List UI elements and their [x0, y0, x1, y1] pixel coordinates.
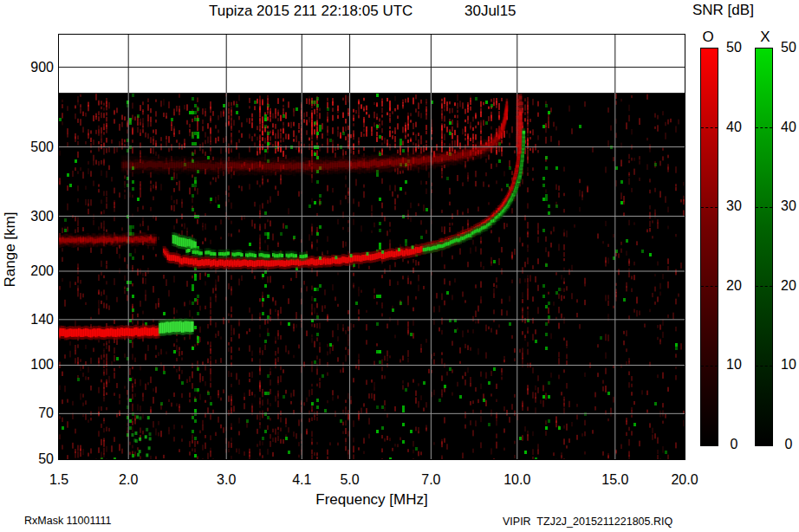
y-tick-label: 900	[12, 60, 54, 75]
plot-date: 30Jul15	[464, 3, 516, 20]
y-tick-label: 100	[12, 357, 54, 373]
x-tick-label: 4.1	[281, 472, 322, 488]
colorbar-tick-mark	[756, 127, 772, 128]
y-axis-title: Range [km]	[2, 196, 19, 303]
colorbar-tick-label: 20	[719, 278, 749, 294]
o-colorbar	[700, 48, 718, 446]
y-tick-label: 70	[12, 405, 54, 421]
colorbar-tick-label: 10	[774, 357, 799, 373]
x-colorbar-label: X	[756, 29, 775, 46]
colorbar-tick-mark	[701, 286, 718, 287]
colorbar-tick-label: 0	[719, 437, 749, 452]
colorbar-tick-mark	[701, 366, 718, 367]
colorbar-tick-label: 20	[774, 278, 799, 294]
x-tick-label: 2.0	[107, 472, 149, 488]
colorbar-tick-label: 10	[719, 357, 749, 373]
x-tick-label: 20.0	[664, 472, 705, 488]
colorbar-tick-label: 40	[774, 120, 799, 135]
colorbar-tick-label: 50	[774, 40, 799, 55]
colorbar-tick-mark	[701, 127, 718, 128]
rxmask-label: RxMask 11001111	[24, 515, 112, 528]
colorbar-tick-label: 50	[719, 40, 749, 55]
y-tick-label: 500	[12, 139, 54, 155]
colorbar-tick-label: 30	[719, 198, 749, 214]
colorbar-tick-label: 40	[719, 120, 749, 135]
x-axis-title: Frequency [MHz]	[311, 491, 432, 509]
snr-colorbar-title: SNR [dB]	[692, 2, 754, 19]
colorbar-tick-mark	[756, 366, 772, 367]
plot-title: Tupiza 2015 211 22:18:05 UTC	[209, 3, 412, 20]
filename-label: VIPIR TZJ2J_2015211221805.RIQ	[503, 516, 672, 529]
colorbar-tick-mark	[756, 207, 772, 208]
ionogram-plot	[59, 35, 685, 459]
y-tick-label: 140	[12, 312, 54, 328]
x-tick-label: 1.5	[38, 472, 80, 488]
x-tick-label: 7.0	[410, 472, 451, 488]
y-tick-label: 50	[12, 451, 54, 467]
o-colorbar-label: O	[698, 29, 718, 46]
x-colorbar	[755, 48, 773, 446]
x-tick-label: 3.0	[205, 472, 247, 488]
colorbar-tick-mark	[701, 207, 718, 208]
x-tick-label: 10.0	[497, 472, 538, 488]
colorbar-tick-mark	[756, 286, 772, 287]
ionogram-viewer: Tupiza 2015 211 22:18:05 UTC 30Jul15 SNR…	[0, 0, 799, 532]
plot-frame	[58, 34, 685, 460]
colorbar-tick-label: 30	[774, 198, 799, 214]
colorbar-tick-label: 0	[774, 437, 799, 452]
x-tick-label: 15.0	[594, 472, 636, 488]
x-tick-label: 5.0	[329, 472, 371, 488]
